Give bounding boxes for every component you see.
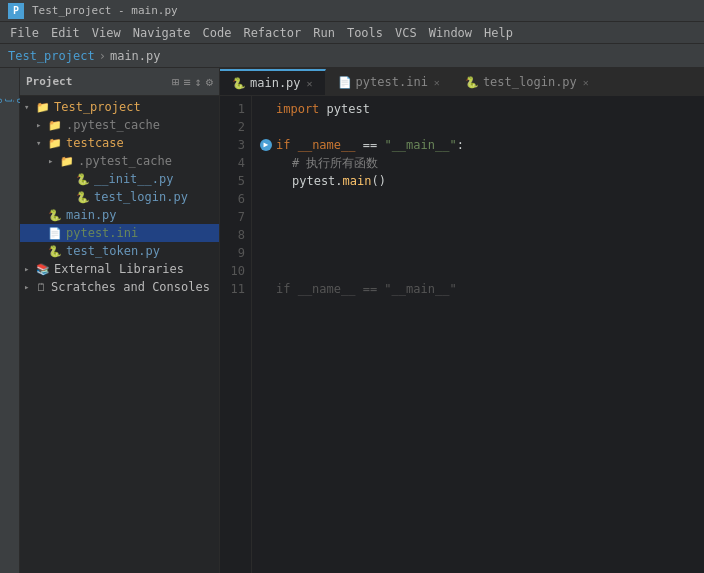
module-name: pytest <box>327 100 370 118</box>
tree-arrow: ▸ <box>24 264 36 274</box>
menu-item-view[interactable]: View <box>86 26 127 40</box>
tree-arrow: ▾ <box>36 138 48 148</box>
project-tree: ▾ 📁 Test_project ▸ 📁 .pytest_cache ▾ 📁 t… <box>20 96 219 573</box>
menu-item-tools[interactable]: Tools <box>341 26 389 40</box>
left-sidebar: Project <box>0 68 20 573</box>
tree-item-label: testcase <box>66 136 124 150</box>
breadcrumb-sep: › <box>99 49 106 63</box>
project-list-icon[interactable]: ≡ <box>183 75 190 89</box>
tab-close[interactable]: ✕ <box>434 77 440 88</box>
menu-item-edit[interactable]: Edit <box>45 26 86 40</box>
breadcrumb: Test_project › main.py <box>0 44 704 68</box>
tree-item-label: pytest.ini <box>66 226 138 240</box>
code-line-10 <box>260 262 696 280</box>
code-content[interactable]: import pytest ▶ if __name__ == "__main__… <box>252 96 704 573</box>
tree-arrow: ▾ <box>24 102 36 112</box>
tab-close[interactable]: ✕ <box>583 77 589 88</box>
tree-item-testcase[interactable]: ▾ 📁 testcase <box>20 134 219 152</box>
tree-item-scratches[interactable]: ▸ 🗒 Scratches and Consoles <box>20 278 219 296</box>
comment: # 执行所有函数 <box>292 154 378 172</box>
tree-item-test-project[interactable]: ▾ 📁 Test_project <box>20 98 219 116</box>
code-line-3: ▶ if __name__ == "__main__": <box>260 136 696 154</box>
py-icon: 🐍 <box>76 173 90 186</box>
main-content: Project Project ⊞ ≡ ↕ ⚙ ▾ 📁 Test_project <box>0 68 704 573</box>
tab-pytest-ini[interactable]: 📄 pytest.ini ✕ <box>326 69 453 95</box>
ini-icon: 📄 <box>48 227 62 240</box>
tree-item-label: test_token.py <box>66 244 160 258</box>
tab-icon: 📄 <box>338 76 352 89</box>
py-icon: 🐍 <box>76 191 90 204</box>
tree-item-label: main.py <box>66 208 117 222</box>
title-bar: P Test_project - main.py <box>0 0 704 22</box>
menu-item-vcs[interactable]: VCS <box>389 26 423 40</box>
project-panel-title: Project <box>26 75 172 88</box>
project-sync-icon[interactable]: ⊞ <box>172 75 179 89</box>
menu-item-run[interactable]: Run <box>307 26 341 40</box>
menu-item-window[interactable]: Window <box>423 26 478 40</box>
code-editor[interactable]: 1 2 3 4 5 6 7 8 9 10 11 import pytest <box>220 96 704 573</box>
tab-label: test_login.py <box>483 75 577 89</box>
scratch-icon: 🗒 <box>36 281 47 294</box>
py-icon: 🐍 <box>48 245 62 258</box>
run-button[interactable]: ▶ <box>260 139 272 151</box>
operator: == <box>363 136 377 154</box>
tab-icon: 🐍 <box>465 76 479 89</box>
menu-item-file[interactable]: File <box>4 26 45 40</box>
function-call: main <box>343 172 372 190</box>
code-line-9 <box>260 244 696 262</box>
tree-item-init-py[interactable]: 🐍 __init__.py <box>20 170 219 188</box>
menu-bar: FileEditViewNavigateCodeRefactorRunTools… <box>0 22 704 44</box>
menu-item-help[interactable]: Help <box>478 26 519 40</box>
py-icon: 🐍 <box>48 209 62 222</box>
preview-text: if __name__ == "__main__" <box>276 280 457 298</box>
tree-item-external-libs[interactable]: ▸ 📚 External Libraries <box>20 260 219 278</box>
code-line-11: if __name__ == "__main__" <box>260 280 696 298</box>
menu-item-refactor[interactable]: Refactor <box>237 26 307 40</box>
folder-icon: 📁 <box>36 101 50 114</box>
folder-icon: 📁 <box>48 119 62 132</box>
code-line-5: pytest.main() <box>260 172 696 190</box>
editor-area: 🐍 main.py ✕ 📄 pytest.ini ✕ 🐍 test_login.… <box>220 68 704 573</box>
tab-label: main.py <box>250 76 301 90</box>
code-line-2 <box>260 118 696 136</box>
code-line-6 <box>260 190 696 208</box>
sidebar-toggle-project[interactable]: Project <box>1 92 19 110</box>
parens: () <box>372 172 386 190</box>
line-numbers: 1 2 3 4 5 6 7 8 9 10 11 <box>220 96 252 573</box>
project-panel: Project ⊞ ≡ ↕ ⚙ ▾ 📁 Test_project ▸ 📁 .p <box>20 68 220 573</box>
tab-test-login[interactable]: 🐍 test_login.py ✕ <box>453 69 602 95</box>
tree-item-pytest-cache-2[interactable]: ▸ 📁 .pytest_cache <box>20 152 219 170</box>
tree-item-label: .pytest_cache <box>78 154 172 168</box>
tree-arrow: ▸ <box>24 282 36 292</box>
string-literal: "__main__" <box>384 136 456 154</box>
menu-item-code[interactable]: Code <box>197 26 238 40</box>
tree-item-pytest-cache-1[interactable]: ▸ 📁 .pytest_cache <box>20 116 219 134</box>
breadcrumb-project[interactable]: Test_project <box>8 49 95 63</box>
code-line-4: # 执行所有函数 <box>260 154 696 172</box>
editor-tabs: 🐍 main.py ✕ 📄 pytest.ini ✕ 🐍 test_login.… <box>220 68 704 96</box>
project-panel-icons: ⊞ ≡ ↕ ⚙ <box>172 75 213 89</box>
project-settings-icon[interactable]: ⚙ <box>206 75 213 89</box>
tree-item-label: __init__.py <box>94 172 173 186</box>
code-line-7 <box>260 208 696 226</box>
tree-arrow: ▸ <box>36 120 48 130</box>
tree-item-label: External Libraries <box>54 262 184 276</box>
tree-item-main-py[interactable]: 🐍 main.py <box>20 206 219 224</box>
tab-close[interactable]: ✕ <box>307 78 313 89</box>
window-title: Test_project - main.py <box>32 4 178 17</box>
tree-item-test-token[interactable]: 🐍 test_token.py <box>20 242 219 260</box>
keyword: import <box>276 100 319 118</box>
tree-arrow: ▸ <box>48 156 60 166</box>
tab-icon: 🐍 <box>232 77 246 90</box>
tab-main-py[interactable]: 🐍 main.py ✕ <box>220 69 326 95</box>
tree-item-test-login[interactable]: 🐍 test_login.py <box>20 188 219 206</box>
menu-item-navigate[interactable]: Navigate <box>127 26 197 40</box>
tree-item-label: .pytest_cache <box>66 118 160 132</box>
tree-item-pytest-ini[interactable]: 📄 pytest.ini <box>20 224 219 242</box>
app-icon: P <box>8 3 24 19</box>
tree-item-label: Test_project <box>54 100 141 114</box>
project-sort-icon[interactable]: ↕ <box>195 75 202 89</box>
keyword: if <box>276 136 290 154</box>
folder-icon: 📁 <box>60 155 74 168</box>
folder-icon: 📁 <box>48 137 62 150</box>
